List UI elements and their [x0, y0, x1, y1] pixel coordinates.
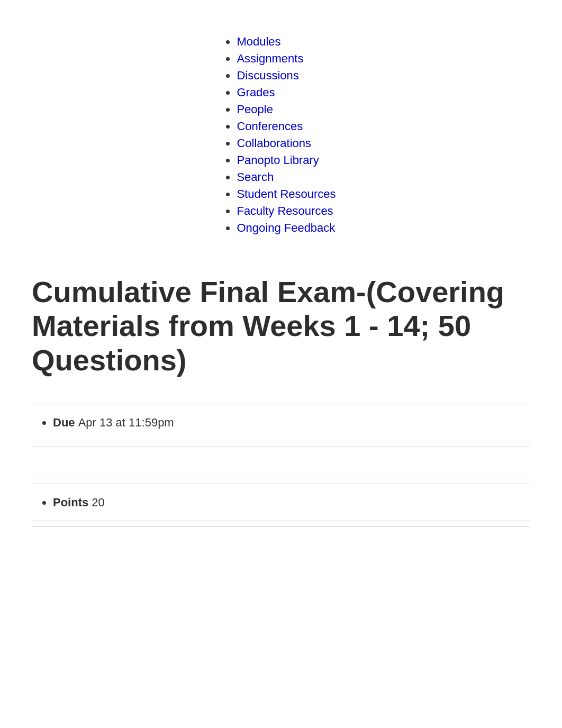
nav-link[interactable]: Student Resources	[237, 187, 336, 201]
nav-list-item: Faculty Resources	[237, 204, 336, 218]
due-date-list: Due Apr 13 at 11:59pm	[32, 414, 530, 431]
bottom-spacer	[32, 526, 530, 558]
page-title: Cumulative Final Exam-(Covering Material…	[0, 259, 562, 393]
nav-link[interactable]: Collaborations	[237, 136, 311, 150]
points-list: Points 20	[32, 494, 530, 511]
spacer-block-1	[32, 447, 530, 478]
nav-list: ModulesAssignmentsDiscussionsGradesPeopl…	[226, 32, 336, 238]
nav-list-item: People	[237, 103, 336, 116]
nav-list-item: Search	[237, 170, 336, 184]
due-date-block: Due Apr 13 at 11:59pm	[32, 404, 530, 441]
points-number: 20	[92, 496, 104, 509]
nav-list-item: Ongoing Feedback	[237, 221, 336, 235]
nav-list-item: Discussions	[237, 69, 336, 83]
nav-list-item: Panopto Library	[237, 153, 336, 167]
nav-link[interactable]: Modules	[237, 35, 280, 48]
points-block: Points 20	[32, 484, 530, 521]
nav-link[interactable]: Search	[237, 170, 274, 184]
nav-list-section: ModulesAssignmentsDiscussionsGradesPeopl…	[0, 32, 562, 238]
nav-list-item: Assignments	[237, 52, 336, 66]
nav-link[interactable]: People	[237, 103, 273, 116]
nav-link[interactable]: Faculty Resources	[237, 204, 333, 217]
nav-list-item: Modules	[237, 35, 336, 49]
due-date-item: Due Apr 13 at 11:59pm	[53, 414, 530, 431]
nav-link[interactable]: Panopto Library	[237, 153, 319, 167]
details-section: Due Apr 13 at 11:59pm Points 20	[0, 404, 562, 558]
nav-list-item: Collaborations	[237, 136, 336, 150]
points-label: Points	[53, 496, 88, 509]
nav-link[interactable]: Discussions	[237, 69, 298, 82]
nav-list-item: Student Resources	[237, 187, 336, 201]
due-value: Apr 13 at 11:59pm	[78, 416, 174, 429]
nav-link[interactable]: Ongoing Feedback	[237, 221, 335, 234]
due-label: Due	[53, 416, 78, 429]
nav-link[interactable]: Conferences	[237, 120, 303, 133]
page-wrapper: ModulesAssignmentsDiscussionsGradesPeopl…	[0, 0, 562, 728]
points-item: Points 20	[53, 494, 530, 511]
nav-list-item: Conferences	[237, 120, 336, 133]
nav-link[interactable]: Assignments	[237, 52, 303, 65]
nav-list-item: Grades	[237, 86, 336, 99]
nav-link[interactable]: Grades	[237, 86, 275, 99]
